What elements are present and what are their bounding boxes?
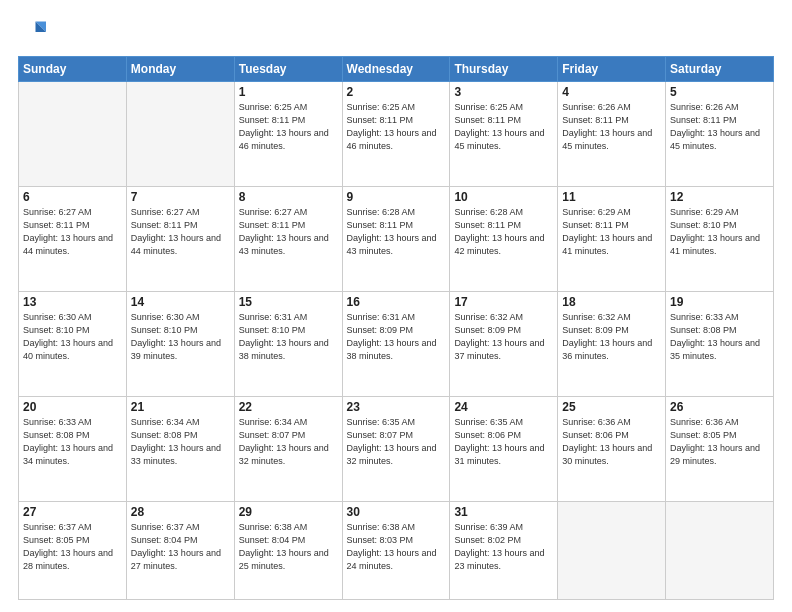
day-number: 18: [562, 295, 661, 309]
day-number: 19: [670, 295, 769, 309]
col-header-tuesday: Tuesday: [234, 57, 342, 82]
calendar-cell: [558, 502, 666, 600]
calendar-cell: 20Sunrise: 6:33 AM Sunset: 8:08 PM Dayli…: [19, 397, 127, 502]
calendar-cell: 21Sunrise: 6:34 AM Sunset: 8:08 PM Dayli…: [126, 397, 234, 502]
day-info: Sunrise: 6:33 AM Sunset: 8:08 PM Dayligh…: [23, 416, 122, 468]
calendar-cell: 7Sunrise: 6:27 AM Sunset: 8:11 PM Daylig…: [126, 187, 234, 292]
day-number: 7: [131, 190, 230, 204]
day-info: Sunrise: 6:31 AM Sunset: 8:09 PM Dayligh…: [347, 311, 446, 363]
day-number: 3: [454, 85, 553, 99]
day-info: Sunrise: 6:31 AM Sunset: 8:10 PM Dayligh…: [239, 311, 338, 363]
day-number: 6: [23, 190, 122, 204]
calendar-cell: 25Sunrise: 6:36 AM Sunset: 8:06 PM Dayli…: [558, 397, 666, 502]
calendar-cell: 16Sunrise: 6:31 AM Sunset: 8:09 PM Dayli…: [342, 292, 450, 397]
day-number: 23: [347, 400, 446, 414]
day-number: 13: [23, 295, 122, 309]
day-info: Sunrise: 6:28 AM Sunset: 8:11 PM Dayligh…: [347, 206, 446, 258]
calendar-cell: 2Sunrise: 6:25 AM Sunset: 8:11 PM Daylig…: [342, 82, 450, 187]
calendar-cell: 5Sunrise: 6:26 AM Sunset: 8:11 PM Daylig…: [666, 82, 774, 187]
calendar-cell: 10Sunrise: 6:28 AM Sunset: 8:11 PM Dayli…: [450, 187, 558, 292]
col-header-thursday: Thursday: [450, 57, 558, 82]
calendar-cell: 12Sunrise: 6:29 AM Sunset: 8:10 PM Dayli…: [666, 187, 774, 292]
day-info: Sunrise: 6:30 AM Sunset: 8:10 PM Dayligh…: [131, 311, 230, 363]
day-info: Sunrise: 6:29 AM Sunset: 8:10 PM Dayligh…: [670, 206, 769, 258]
calendar-cell: 26Sunrise: 6:36 AM Sunset: 8:05 PM Dayli…: [666, 397, 774, 502]
calendar-cell: [19, 82, 127, 187]
day-info: Sunrise: 6:36 AM Sunset: 8:06 PM Dayligh…: [562, 416, 661, 468]
logo: [18, 18, 50, 46]
day-number: 26: [670, 400, 769, 414]
calendar-cell: 1Sunrise: 6:25 AM Sunset: 8:11 PM Daylig…: [234, 82, 342, 187]
day-number: 29: [239, 505, 338, 519]
calendar-cell: 31Sunrise: 6:39 AM Sunset: 8:02 PM Dayli…: [450, 502, 558, 600]
day-info: Sunrise: 6:38 AM Sunset: 8:04 PM Dayligh…: [239, 521, 338, 573]
day-info: Sunrise: 6:32 AM Sunset: 8:09 PM Dayligh…: [562, 311, 661, 363]
day-info: Sunrise: 6:35 AM Sunset: 8:06 PM Dayligh…: [454, 416, 553, 468]
day-number: 11: [562, 190, 661, 204]
day-info: Sunrise: 6:27 AM Sunset: 8:11 PM Dayligh…: [131, 206, 230, 258]
logo-icon: [18, 18, 46, 46]
col-header-friday: Friday: [558, 57, 666, 82]
calendar-cell: 11Sunrise: 6:29 AM Sunset: 8:11 PM Dayli…: [558, 187, 666, 292]
day-number: 31: [454, 505, 553, 519]
day-info: Sunrise: 6:33 AM Sunset: 8:08 PM Dayligh…: [670, 311, 769, 363]
calendar-cell: 23Sunrise: 6:35 AM Sunset: 8:07 PM Dayli…: [342, 397, 450, 502]
day-number: 9: [347, 190, 446, 204]
day-number: 28: [131, 505, 230, 519]
calendar-cell: 28Sunrise: 6:37 AM Sunset: 8:04 PM Dayli…: [126, 502, 234, 600]
calendar-cell: 29Sunrise: 6:38 AM Sunset: 8:04 PM Dayli…: [234, 502, 342, 600]
calendar-cell: [126, 82, 234, 187]
calendar-cell: 24Sunrise: 6:35 AM Sunset: 8:06 PM Dayli…: [450, 397, 558, 502]
day-info: Sunrise: 6:36 AM Sunset: 8:05 PM Dayligh…: [670, 416, 769, 468]
day-info: Sunrise: 6:35 AM Sunset: 8:07 PM Dayligh…: [347, 416, 446, 468]
day-info: Sunrise: 6:28 AM Sunset: 8:11 PM Dayligh…: [454, 206, 553, 258]
day-info: Sunrise: 6:38 AM Sunset: 8:03 PM Dayligh…: [347, 521, 446, 573]
day-number: 24: [454, 400, 553, 414]
col-header-sunday: Sunday: [19, 57, 127, 82]
day-number: 8: [239, 190, 338, 204]
calendar-cell: 13Sunrise: 6:30 AM Sunset: 8:10 PM Dayli…: [19, 292, 127, 397]
day-info: Sunrise: 6:25 AM Sunset: 8:11 PM Dayligh…: [239, 101, 338, 153]
calendar-cell: 6Sunrise: 6:27 AM Sunset: 8:11 PM Daylig…: [19, 187, 127, 292]
day-number: 20: [23, 400, 122, 414]
calendar-cell: 8Sunrise: 6:27 AM Sunset: 8:11 PM Daylig…: [234, 187, 342, 292]
col-header-saturday: Saturday: [666, 57, 774, 82]
calendar-cell: [666, 502, 774, 600]
day-number: 25: [562, 400, 661, 414]
page: SundayMondayTuesdayWednesdayThursdayFrid…: [0, 0, 792, 612]
col-header-wednesday: Wednesday: [342, 57, 450, 82]
calendar-cell: 27Sunrise: 6:37 AM Sunset: 8:05 PM Dayli…: [19, 502, 127, 600]
calendar-cell: 19Sunrise: 6:33 AM Sunset: 8:08 PM Dayli…: [666, 292, 774, 397]
day-number: 10: [454, 190, 553, 204]
calendar-cell: 18Sunrise: 6:32 AM Sunset: 8:09 PM Dayli…: [558, 292, 666, 397]
day-number: 12: [670, 190, 769, 204]
day-number: 14: [131, 295, 230, 309]
calendar-cell: 30Sunrise: 6:38 AM Sunset: 8:03 PM Dayli…: [342, 502, 450, 600]
calendar-cell: 3Sunrise: 6:25 AM Sunset: 8:11 PM Daylig…: [450, 82, 558, 187]
day-info: Sunrise: 6:30 AM Sunset: 8:10 PM Dayligh…: [23, 311, 122, 363]
day-info: Sunrise: 6:37 AM Sunset: 8:04 PM Dayligh…: [131, 521, 230, 573]
day-info: Sunrise: 6:25 AM Sunset: 8:11 PM Dayligh…: [454, 101, 553, 153]
calendar-table: SundayMondayTuesdayWednesdayThursdayFrid…: [18, 56, 774, 600]
calendar-cell: 15Sunrise: 6:31 AM Sunset: 8:10 PM Dayli…: [234, 292, 342, 397]
calendar-cell: 17Sunrise: 6:32 AM Sunset: 8:09 PM Dayli…: [450, 292, 558, 397]
day-info: Sunrise: 6:25 AM Sunset: 8:11 PM Dayligh…: [347, 101, 446, 153]
day-number: 15: [239, 295, 338, 309]
day-number: 22: [239, 400, 338, 414]
col-header-monday: Monday: [126, 57, 234, 82]
day-info: Sunrise: 6:39 AM Sunset: 8:02 PM Dayligh…: [454, 521, 553, 573]
day-number: 16: [347, 295, 446, 309]
calendar-cell: 14Sunrise: 6:30 AM Sunset: 8:10 PM Dayli…: [126, 292, 234, 397]
day-info: Sunrise: 6:29 AM Sunset: 8:11 PM Dayligh…: [562, 206, 661, 258]
day-number: 21: [131, 400, 230, 414]
day-info: Sunrise: 6:27 AM Sunset: 8:11 PM Dayligh…: [239, 206, 338, 258]
header: [18, 18, 774, 46]
day-info: Sunrise: 6:37 AM Sunset: 8:05 PM Dayligh…: [23, 521, 122, 573]
day-number: 30: [347, 505, 446, 519]
day-number: 2: [347, 85, 446, 99]
day-number: 17: [454, 295, 553, 309]
calendar-cell: 4Sunrise: 6:26 AM Sunset: 8:11 PM Daylig…: [558, 82, 666, 187]
day-info: Sunrise: 6:32 AM Sunset: 8:09 PM Dayligh…: [454, 311, 553, 363]
calendar-cell: 22Sunrise: 6:34 AM Sunset: 8:07 PM Dayli…: [234, 397, 342, 502]
day-info: Sunrise: 6:34 AM Sunset: 8:08 PM Dayligh…: [131, 416, 230, 468]
